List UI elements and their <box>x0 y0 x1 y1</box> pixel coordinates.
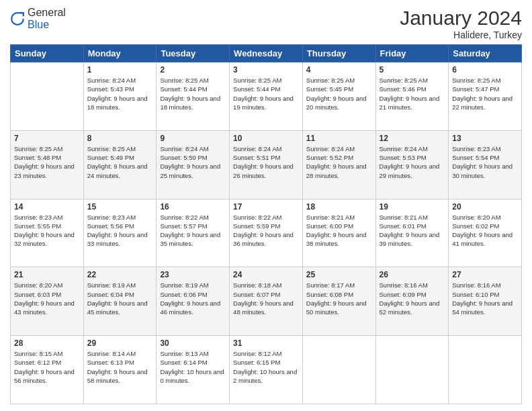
day-number: 6 <box>452 65 518 75</box>
day-info: Sunrise: 8:15 AMSunset: 6:12 PMDaylight:… <box>14 349 80 385</box>
day-number: 20 <box>452 202 518 212</box>
table-cell: 7Sunrise: 8:25 AMSunset: 5:48 PMDaylight… <box>11 130 84 199</box>
day-info: Sunrise: 8:22 AMSunset: 5:59 PMDaylight:… <box>233 213 299 248</box>
day-number: 24 <box>233 270 299 279</box>
table-cell: 2Sunrise: 8:25 AMSunset: 5:44 PMDaylight… <box>157 62 230 131</box>
day-number: 30 <box>160 338 226 348</box>
day-number: 17 <box>233 202 299 212</box>
day-number: 5 <box>380 65 445 75</box>
col-friday: Friday <box>375 45 449 62</box>
title-block: January 2024 Halidere, Turkey <box>400 7 522 40</box>
day-info: Sunrise: 8:24 AMSunset: 5:43 PMDaylight:… <box>87 76 153 111</box>
header: General Blue January 2024 Halidere, Turk… <box>10 7 522 40</box>
table-cell: 1Sunrise: 8:24 AMSunset: 5:43 PMDaylight… <box>83 62 157 131</box>
day-info: Sunrise: 8:25 AMSunset: 5:46 PMDaylight:… <box>380 76 445 111</box>
day-info: Sunrise: 8:24 AMSunset: 5:53 PMDaylight:… <box>380 144 445 180</box>
table-cell: 26Sunrise: 8:16 AMSunset: 6:09 PMDayligh… <box>375 267 449 336</box>
day-info: Sunrise: 8:24 AMSunset: 5:51 PMDaylight:… <box>233 144 299 180</box>
table-cell: 23Sunrise: 8:19 AMSunset: 6:06 PMDayligh… <box>157 267 230 336</box>
day-number: 18 <box>306 202 372 212</box>
day-info: Sunrise: 8:19 AMSunset: 6:04 PMDaylight:… <box>87 281 153 316</box>
day-info: Sunrise: 8:14 AMSunset: 6:13 PMDaylight:… <box>87 349 153 385</box>
day-number: 25 <box>306 270 372 279</box>
day-info: Sunrise: 8:23 AMSunset: 5:56 PMDaylight:… <box>87 213 153 248</box>
day-info: Sunrise: 8:25 AMSunset: 5:45 PMDaylight:… <box>306 76 372 111</box>
table-cell: 21Sunrise: 8:20 AMSunset: 6:03 PMDayligh… <box>11 267 84 336</box>
day-info: Sunrise: 8:25 AMSunset: 5:47 PMDaylight:… <box>452 76 518 111</box>
day-info: Sunrise: 8:25 AMSunset: 5:44 PMDaylight:… <box>160 76 226 111</box>
logo-text: General Blue <box>28 7 66 31</box>
day-info: Sunrise: 8:23 AMSunset: 5:55 PMDaylight:… <box>14 213 80 248</box>
day-number: 11 <box>306 134 372 143</box>
day-number: 7 <box>14 134 80 143</box>
day-info: Sunrise: 8:12 AMSunset: 6:15 PMDaylight:… <box>233 349 299 385</box>
day-info: Sunrise: 8:25 AMSunset: 5:48 PMDaylight:… <box>14 144 80 180</box>
day-info: Sunrise: 8:22 AMSunset: 5:57 PMDaylight:… <box>160 213 226 248</box>
day-info: Sunrise: 8:21 AMSunset: 6:00 PMDaylight:… <box>306 213 372 248</box>
table-cell: 9Sunrise: 8:24 AMSunset: 5:50 PMDaylight… <box>157 130 230 199</box>
calendar-row: 28Sunrise: 8:15 AMSunset: 6:12 PMDayligh… <box>11 336 522 404</box>
day-number: 1 <box>87 65 153 75</box>
day-info: Sunrise: 8:25 AMSunset: 5:44 PMDaylight:… <box>233 76 299 111</box>
table-cell: 8Sunrise: 8:25 AMSunset: 5:49 PMDaylight… <box>83 130 157 199</box>
col-wednesday: Wednesday <box>230 45 303 62</box>
day-info: Sunrise: 8:19 AMSunset: 6:06 PMDaylight:… <box>160 281 226 316</box>
logo-blue: Blue <box>28 19 49 30</box>
table-cell: 22Sunrise: 8:19 AMSunset: 6:04 PMDayligh… <box>83 267 157 336</box>
day-number: 10 <box>233 134 299 143</box>
day-number: 2 <box>160 65 226 75</box>
day-info: Sunrise: 8:13 AMSunset: 6:14 PMDaylight:… <box>160 349 226 385</box>
table-cell <box>449 336 522 404</box>
day-number: 16 <box>160 202 226 212</box>
table-cell: 4Sunrise: 8:25 AMSunset: 5:45 PMDaylight… <box>302 62 375 131</box>
logo-icon <box>10 11 25 26</box>
day-number: 9 <box>160 134 226 143</box>
day-info: Sunrise: 8:20 AMSunset: 6:03 PMDaylight:… <box>14 281 80 316</box>
location: Halidere, Turkey <box>400 30 522 40</box>
day-number: 29 <box>87 338 153 348</box>
calendar-row: 14Sunrise: 8:23 AMSunset: 5:55 PMDayligh… <box>11 199 522 267</box>
calendar-table: Sunday Monday Tuesday Wednesday Thursday… <box>10 44 522 404</box>
day-info: Sunrise: 8:24 AMSunset: 5:52 PMDaylight:… <box>306 144 372 180</box>
day-number: 14 <box>14 202 80 212</box>
col-saturday: Saturday <box>449 45 522 62</box>
table-cell: 19Sunrise: 8:21 AMSunset: 6:01 PMDayligh… <box>375 199 449 267</box>
table-cell: 5Sunrise: 8:25 AMSunset: 5:46 PMDaylight… <box>375 62 449 131</box>
day-info: Sunrise: 8:16 AMSunset: 6:10 PMDaylight:… <box>452 281 518 316</box>
day-number: 15 <box>87 202 153 212</box>
table-cell <box>302 336 375 404</box>
col-tuesday: Tuesday <box>157 45 230 62</box>
page: General Blue January 2024 Halidere, Turk… <box>0 0 532 411</box>
day-info: Sunrise: 8:23 AMSunset: 5:54 PMDaylight:… <box>452 144 518 180</box>
table-cell: 24Sunrise: 8:18 AMSunset: 6:07 PMDayligh… <box>230 267 303 336</box>
day-number: 19 <box>380 202 445 212</box>
table-cell: 28Sunrise: 8:15 AMSunset: 6:12 PMDayligh… <box>11 336 84 404</box>
day-info: Sunrise: 8:21 AMSunset: 6:01 PMDaylight:… <box>380 213 445 248</box>
day-info: Sunrise: 8:16 AMSunset: 6:09 PMDaylight:… <box>380 281 445 316</box>
day-number: 21 <box>14 270 80 279</box>
day-number: 26 <box>380 270 445 279</box>
col-monday: Monday <box>83 45 157 62</box>
table-cell: 13Sunrise: 8:23 AMSunset: 5:54 PMDayligh… <box>449 130 522 199</box>
day-number: 4 <box>306 65 372 75</box>
table-cell <box>375 336 449 404</box>
table-cell: 30Sunrise: 8:13 AMSunset: 6:14 PMDayligh… <box>157 336 230 404</box>
table-cell: 11Sunrise: 8:24 AMSunset: 5:52 PMDayligh… <box>302 130 375 199</box>
table-cell <box>11 62 84 131</box>
calendar-row: 7Sunrise: 8:25 AMSunset: 5:48 PMDaylight… <box>11 130 522 199</box>
calendar-header-row: Sunday Monday Tuesday Wednesday Thursday… <box>11 45 522 62</box>
table-cell: 14Sunrise: 8:23 AMSunset: 5:55 PMDayligh… <box>11 199 84 267</box>
day-number: 8 <box>87 134 153 143</box>
table-cell: 31Sunrise: 8:12 AMSunset: 6:15 PMDayligh… <box>230 336 303 404</box>
day-number: 3 <box>233 65 299 75</box>
table-cell: 18Sunrise: 8:21 AMSunset: 6:00 PMDayligh… <box>302 199 375 267</box>
day-number: 13 <box>452 134 518 143</box>
day-info: Sunrise: 8:24 AMSunset: 5:50 PMDaylight:… <box>160 144 226 180</box>
table-cell: 25Sunrise: 8:17 AMSunset: 6:08 PMDayligh… <box>302 267 375 336</box>
day-number: 31 <box>233 338 299 348</box>
day-number: 28 <box>14 338 80 348</box>
day-number: 23 <box>160 270 226 279</box>
day-number: 22 <box>87 270 153 279</box>
day-info: Sunrise: 8:17 AMSunset: 6:08 PMDaylight:… <box>306 281 372 316</box>
table-cell: 3Sunrise: 8:25 AMSunset: 5:44 PMDaylight… <box>230 62 303 131</box>
